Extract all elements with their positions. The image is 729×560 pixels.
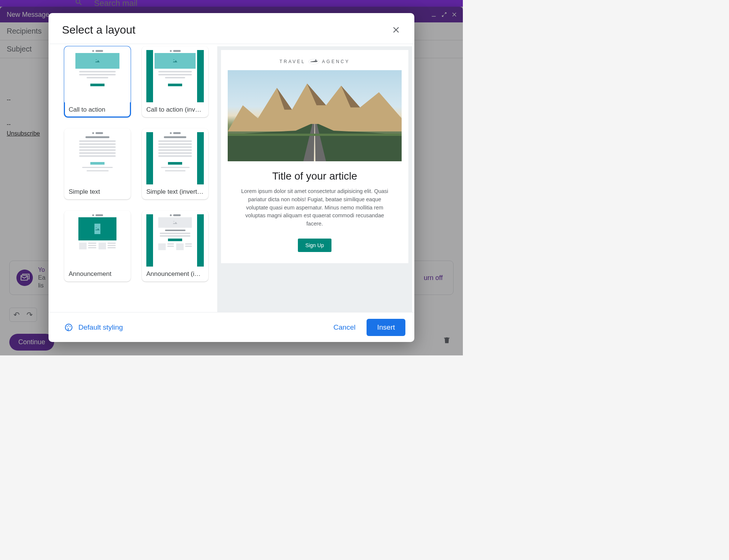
layout-label: Announcement	[64, 267, 131, 281]
layout-card-announcement[interactable]: Announcement	[64, 211, 131, 281]
modal-title: Select a layout	[62, 24, 135, 36]
app-header-strip: Search mail	[0, 0, 463, 7]
layout-card-simple-text[interactable]: Simple text	[64, 128, 131, 199]
svg-point-8	[67, 326, 68, 327]
layout-card-announcement-inverted[interactable]: Announcement (in…	[142, 211, 208, 281]
layout-label: Simple text (invert…	[142, 184, 208, 199]
default-styling-button[interactable]: Default styling	[64, 323, 123, 332]
svg-point-7	[65, 324, 72, 331]
preview-logo: TRAVEL AGENCY	[228, 58, 402, 65]
layout-label: Call to action (inve…	[142, 102, 208, 117]
select-layout-modal: Select a layout Call to action	[49, 13, 414, 342]
layout-card-simple-text-inverted[interactable]: Simple text (invert…	[142, 128, 208, 199]
search-area: Search mail	[75, 0, 137, 7]
preview-title: Title of your article	[228, 170, 402, 182]
svg-point-10	[70, 326, 71, 327]
airplane-icon	[308, 58, 320, 65]
layout-grid: Call to action Call to action (inve…	[49, 44, 213, 312]
layout-label: Call to action	[64, 102, 131, 117]
svg-point-9	[68, 325, 69, 326]
layout-card-call-to-action[interactable]: Call to action	[64, 46, 131, 117]
cancel-button[interactable]: Cancel	[326, 320, 363, 335]
svg-rect-6	[228, 134, 402, 136]
svg-point-2	[174, 59, 174, 60]
close-icon[interactable]	[391, 25, 401, 35]
preview-hero-image	[228, 70, 402, 161]
svg-point-1	[96, 59, 97, 60]
insert-button[interactable]: Insert	[367, 319, 405, 336]
preview-signup-button[interactable]: Sign Up	[298, 239, 331, 252]
layout-label: Announcement (in…	[142, 267, 208, 281]
layout-label: Simple text	[64, 184, 131, 199]
preview-body: Lorem ipsum dolor sit amet consectetur a…	[228, 187, 402, 228]
svg-point-4	[174, 221, 174, 222]
svg-point-3	[96, 227, 97, 228]
layout-card-call-to-action-inverted[interactable]: Call to action (inve…	[142, 46, 208, 117]
preview-pane: TRAVEL AGENCY	[217, 46, 412, 312]
palette-icon	[64, 323, 73, 332]
